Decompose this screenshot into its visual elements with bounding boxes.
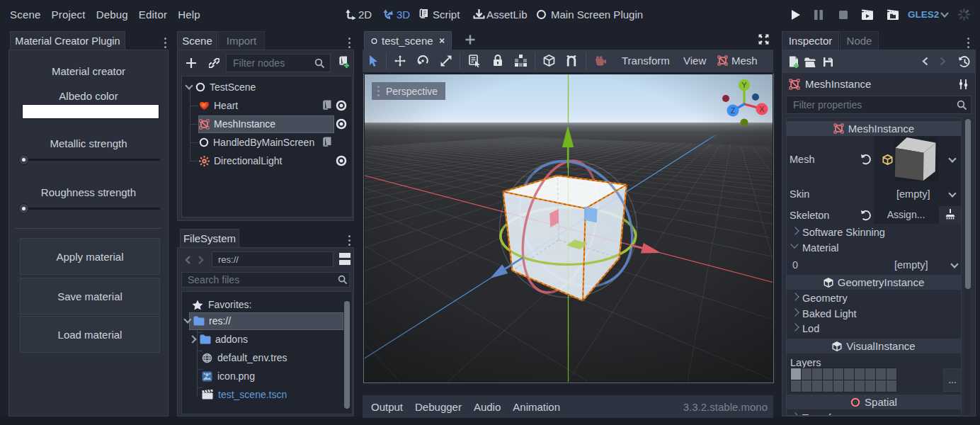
svg-text:Z: Z bbox=[731, 106, 736, 115]
svg-text:X: X bbox=[759, 105, 765, 113]
svg-text:Y: Y bbox=[741, 81, 747, 89]
